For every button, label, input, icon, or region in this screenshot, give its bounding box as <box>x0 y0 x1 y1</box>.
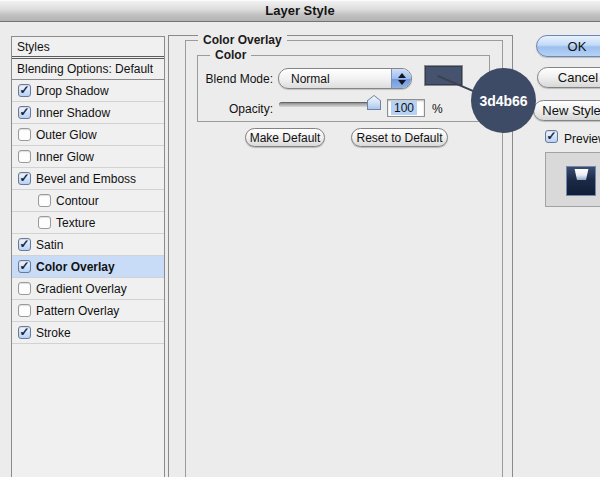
checkbox[interactable]: ✓ <box>38 216 51 229</box>
opacity-slider-track[interactable] <box>279 102 379 107</box>
sidebar-item-label: Outer Glow <box>36 128 97 142</box>
checkmark-icon: ✓ <box>19 238 29 250</box>
checkbox[interactable]: ✓ <box>18 260 31 273</box>
make-default-button[interactable]: Make Default <box>245 128 325 147</box>
reset-to-default-button[interactable]: Reset to Default <box>351 128 448 147</box>
checkmark-icon: ✓ <box>19 326 29 338</box>
sidebar-item-label: Pattern Overlay <box>36 304 119 318</box>
checkmark-icon: ✓ <box>19 260 29 272</box>
blend-mode-select[interactable]: Normal <box>278 68 412 89</box>
sidebar-item-label: Satin <box>36 238 63 252</box>
sidebar-item-color-overlay[interactable]: ✓ Color Overlay <box>12 256 164 278</box>
sidebar-item-inner-shadow[interactable]: ✓ Inner Shadow <box>12 102 164 124</box>
sidebar-item-inner-glow[interactable]: ✓ Inner Glow <box>12 146 164 168</box>
reset-to-default-label: Reset to Default <box>356 131 442 145</box>
sidebar-item-blending-options[interactable]: Blending Options: Default <box>12 59 164 80</box>
arrow-up-icon <box>398 73 406 78</box>
color-overlay-group-title: Color Overlay <box>198 34 287 47</box>
preview-checkbox-label: Preview <box>564 132 600 146</box>
sidebar-item-gradient-overlay[interactable]: ✓ Gradient Overlay <box>12 278 164 300</box>
checkmark-icon: ✓ <box>19 172 29 184</box>
checkbox[interactable]: ✓ <box>38 194 51 207</box>
checkbox[interactable]: ✓ <box>18 84 31 97</box>
sidebar-item-contour[interactable]: ✓ Contour <box>12 190 164 212</box>
opacity-value: 100 <box>391 101 417 115</box>
sidebar-item-label: Gradient Overlay <box>36 282 127 296</box>
sidebar-item-label: Drop Shadow <box>36 84 109 98</box>
styles-panel-header: Styles <box>12 37 164 57</box>
opacity-unit: % <box>432 102 443 116</box>
arrow-down-icon <box>398 80 406 85</box>
checkmark-icon: ✓ <box>546 130 556 142</box>
checkbox[interactable]: ✓ <box>18 106 31 119</box>
opacity-input[interactable]: 100 <box>387 99 425 117</box>
sidebar-item-bevel-and-emboss[interactable]: ✓ Bevel and Emboss <box>12 168 164 190</box>
checkmark-icon: ✓ <box>19 84 29 96</box>
style-preview-thumbnail <box>566 166 596 196</box>
opacity-label: Opacity: <box>185 102 273 116</box>
sidebar-item-label: Bevel and Emboss <box>36 172 136 186</box>
sidebar-item-stroke[interactable]: ✓ Stroke <box>12 322 164 344</box>
sidebar-item-label: Stroke <box>36 326 71 340</box>
checkbox[interactable]: ✓ <box>18 172 31 185</box>
sidebar-item-pattern-overlay[interactable]: ✓ Pattern Overlay <box>12 300 164 322</box>
checkbox[interactable]: ✓ <box>18 304 31 317</box>
sidebar-item-label: Texture <box>56 216 95 230</box>
ok-button-label: OK <box>568 39 587 54</box>
blend-mode-label: Blend Mode: <box>185 72 273 86</box>
sidebar-item-label: Color Overlay <box>36 260 115 274</box>
checkbox[interactable]: ✓ <box>18 128 31 141</box>
color-hex-value: 3d4b66 <box>479 93 527 109</box>
new-style-button-label: New Style... <box>542 103 600 118</box>
make-default-label: Make Default <box>250 131 321 145</box>
dialog-title: Layer Style <box>265 3 334 18</box>
checkmark-icon: ✓ <box>19 106 29 118</box>
dialog-titlebar: Layer Style <box>0 0 600 22</box>
checkbox[interactable]: ✓ <box>18 238 31 251</box>
sidebar-item-texture[interactable]: ✓ Texture <box>12 212 164 234</box>
cancel-button[interactable]: Cancel <box>537 67 600 88</box>
color-hex-callout-badge: 3d4b66 <box>471 68 536 133</box>
sidebar-item-outer-glow[interactable]: ✓ Outer Glow <box>12 124 164 146</box>
stepper-arrows-icon <box>391 69 411 88</box>
sidebar-item-drop-shadow[interactable]: ✓ Drop Shadow <box>12 80 164 102</box>
sidebar-item-label: Blending Options: Default <box>17 62 153 76</box>
cancel-button-label: Cancel <box>558 70 598 85</box>
checkbox[interactable]: ✓ <box>18 282 31 295</box>
sidebar-item-label: Inner Shadow <box>36 106 110 120</box>
checkbox[interactable]: ✓ <box>18 326 31 339</box>
color-group-title: Color <box>210 49 251 62</box>
preview-checkbox[interactable]: ✓ <box>545 130 558 143</box>
sidebar-item-label: Inner Glow <box>36 150 94 164</box>
styles-panel: Styles Blending Options: Default ✓ Drop … <box>11 36 165 477</box>
styles-panel-header-label: Styles <box>17 40 50 54</box>
ok-button[interactable]: OK <box>536 35 600 57</box>
new-style-button[interactable]: New Style... <box>533 100 600 121</box>
blend-mode-value: Normal <box>291 72 330 86</box>
checkbox[interactable]: ✓ <box>18 150 31 163</box>
sidebar-item-satin[interactable]: ✓ Satin <box>12 234 164 256</box>
sidebar-item-label: Contour <box>56 194 99 208</box>
preview-layer-shape <box>574 169 589 180</box>
